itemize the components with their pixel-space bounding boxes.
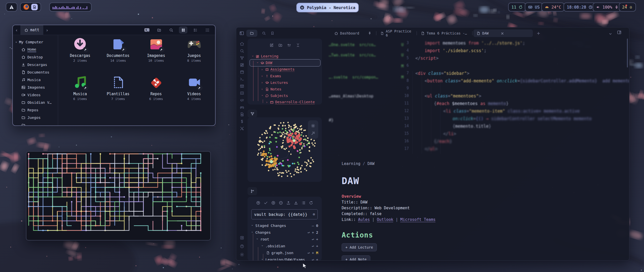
tree-item-subjects[interactable]: ›Subjects — [261, 93, 288, 98]
scrollbar-thumb[interactable] — [627, 39, 628, 67]
breadcrumb[interactable]: matt — [20, 25, 43, 35]
tray-weather[interactable]: 24°C — [541, 3, 565, 12]
graph-wand-icon[interactable] — [311, 131, 315, 135]
obsidian-icon[interactable] — [31, 4, 38, 10]
file-item-repos[interactable]: Repos6 items — [138, 75, 174, 113]
stage-icon[interactable]: + — [312, 230, 314, 234]
stage-icon[interactable]: + — [316, 244, 318, 248]
git-item-staged-changes[interactable]: ›Staged Changes—0 — [251, 223, 322, 228]
discard-icon[interactable]: ↩ — [312, 258, 314, 261]
new-folder-button[interactable] — [278, 43, 283, 47]
obsidian-window[interactable]: DashboardASP Practice 6Tema 6 Prácticas … — [236, 27, 629, 261]
pull-button[interactable] — [294, 200, 298, 205]
tree-item-notes[interactable]: ›Notes — [261, 86, 281, 92]
file-item-juegos[interactable]: Juegos8 items — [176, 36, 212, 75]
back-button[interactable]: ‹ — [13, 27, 20, 33]
git-panel-tab[interactable] — [248, 187, 257, 195]
sort-button[interactable] — [287, 43, 291, 47]
compact-view-button[interactable] — [203, 26, 212, 33]
tree-item-learning[interactable]: ›Learning — [252, 54, 278, 59]
sidebar-item-descargas[interactable]: Descargas — [13, 61, 58, 69]
stage-icon[interactable]: + — [316, 237, 318, 241]
graph-panel-tab[interactable] — [248, 110, 257, 118]
git-item-learning-daw-exams[interactable]: ›Learning/DAW/Exams↩+ — [261, 257, 322, 261]
tree-item-exams[interactable]: ›!Exams — [261, 73, 281, 79]
breadcrumb-parent[interactable]: Learning — [342, 161, 360, 166]
graph-settings-gear-icon[interactable] — [311, 124, 315, 128]
new-tab-icon[interactable] — [536, 31, 541, 36]
tree-item-lectures[interactable]: ›Lectures — [261, 80, 288, 85]
file-item-imagenes[interactable]: Imagenes10 items — [138, 36, 174, 75]
file-manager-window[interactable]: ‹ matt › $_ ▾My ComputerHomeDesktopDesca… — [12, 25, 216, 126]
forward-button[interactable]: › — [43, 27, 51, 33]
pipes-art-window[interactable] — [26, 151, 211, 241]
graph-view-panel[interactable] — [248, 117, 322, 182]
stage-icon[interactable]: + — [316, 258, 318, 261]
vault-ribbon-icon[interactable] — [240, 235, 244, 240]
discard-icon[interactable]: ↩ — [312, 237, 314, 241]
panel-tab-files[interactable] — [246, 30, 257, 37]
collapse-button[interactable] — [296, 43, 300, 47]
running-apps-pill[interactable] — [20, 3, 41, 12]
help-ribbon-icon[interactable] — [240, 244, 244, 249]
close-tab-icon[interactable] — [501, 31, 504, 35]
gear-ribbon-icon[interactable] — [240, 252, 244, 257]
tab-tema-6-pr-cticas-[interactable]: Tema 6 Prácticas -… — [418, 29, 471, 37]
discard-icon[interactable]: ↩ — [308, 230, 310, 234]
file-search-ribbon-icon[interactable] — [240, 112, 244, 117]
tree-item-assignments[interactable]: ›Assignments — [261, 67, 295, 72]
discard-icon[interactable]: ↩ — [312, 244, 314, 248]
git-item-root[interactable]: ›root↩+ — [256, 236, 322, 242]
sidebar-item-obsidian-v-[interactable]: Obsidian V… — [13, 99, 58, 106]
stage-icon[interactable]: + — [312, 251, 314, 255]
media-player-pill[interactable]: Polyphia - Neurotica — [296, 3, 359, 12]
tab-list-icon[interactable] — [608, 32, 613, 36]
terminal-button[interactable]: $_ — [143, 26, 151, 33]
calendar-ribbon-icon[interactable] — [240, 70, 244, 74]
search-ribbon-icon[interactable] — [240, 49, 244, 53]
tree-item-daw[interactable]: ›DAW — [256, 60, 272, 66]
launcher-button[interactable] — [6, 3, 17, 12]
tab-daw[interactable]: DAW — [473, 29, 533, 37]
list-button[interactable] — [301, 200, 306, 205]
file-item-documentos[interactable]: Documentos14 items — [100, 36, 136, 75]
pin-icon[interactable] — [368, 31, 372, 36]
gamepad-ribbon-icon[interactable] — [240, 105, 244, 110]
file-item-videos[interactable]: Videos4 items — [176, 75, 212, 113]
panel-tab-bookmark[interactable] — [270, 31, 274, 35]
note-link-microsoft-teams[interactable]: Microsoft Teams — [400, 217, 435, 222]
file-item-descargas[interactable]: Descargas2 items — [62, 36, 98, 75]
breadcrumb-current[interactable]: DAW — [368, 161, 375, 166]
dollar-ribbon-icon[interactable] — [240, 119, 244, 124]
check-button[interactable] — [264, 200, 268, 205]
sidebar-header[interactable]: ▾My Computer — [13, 38, 58, 46]
tray-notifications[interactable]: 24 — [619, 3, 636, 12]
sidebar-item-videos[interactable]: Videos — [13, 91, 58, 99]
discard-icon[interactable]: ↩ — [308, 251, 310, 255]
sidebar-item-repos[interactable]: Repos — [13, 106, 58, 114]
git-item-changes[interactable]: ›Changes↩+2 — [251, 230, 322, 235]
table-ribbon-icon[interactable] — [240, 84, 244, 88]
book-ribbon-icon[interactable] — [240, 91, 244, 95]
sidebar-item-documentos[interactable]: Documentos — [13, 69, 58, 76]
git-item--obsidian[interactable]: ›.obsidian↩+ — [261, 243, 322, 249]
file-item-musica[interactable]: Musica6 items — [62, 75, 98, 113]
terminal-ribbon-icon[interactable] — [240, 77, 244, 81]
note-link-aules[interactable]: Aules — [358, 217, 370, 222]
new-note-button[interactable] — [269, 43, 274, 47]
commit-up-button[interactable] — [256, 200, 260, 205]
swords-ribbon-icon[interactable] — [240, 126, 244, 131]
file-item-plantillas[interactable]: Plantillas7 items — [100, 75, 136, 113]
list-view-button[interactable] — [191, 26, 199, 33]
search-button[interactable] — [167, 26, 175, 33]
home-ribbon-icon[interactable] — [240, 42, 244, 46]
right-sidebar-toggle-icon[interactable] — [617, 30, 622, 35]
clear-message-icon[interactable]: ⊗ — [313, 212, 315, 217]
tab-asp-practice-6[interactable]: ASP Practice 6 — [377, 29, 416, 37]
sidebar-item-desktop[interactable]: Desktop — [13, 53, 58, 61]
share-ribbon-icon[interactable] — [240, 56, 244, 60]
sidebar-item-home[interactable]: Home — [13, 46, 58, 53]
add-note-button[interactable]: + Add Note — [342, 255, 370, 261]
panel-tab-search[interactable] — [262, 31, 266, 35]
tray-volume[interactable]: 100% — [593, 3, 622, 12]
